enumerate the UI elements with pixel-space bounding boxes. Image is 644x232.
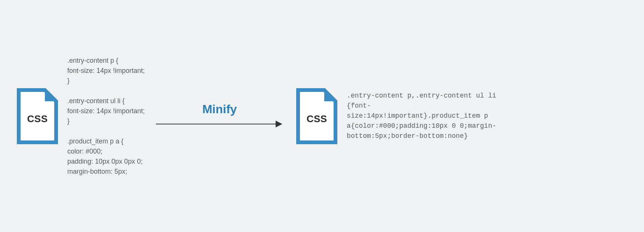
arrow-label: Minify — [202, 102, 237, 116]
css-file-icon: CSS — [15, 88, 60, 144]
arrow-section: Minify — [156, 102, 283, 130]
css-file-icon: CSS — [294, 88, 339, 144]
minify-diagram: CSS .entry-content p { font-size: 14px !… — [15, 56, 629, 177]
file-label: CSS — [27, 113, 48, 125]
result-block: CSS .entry-content p,.entry-content ul l… — [294, 88, 504, 144]
source-code-text: .entry-content p { font-size: 14px !impo… — [67, 56, 145, 177]
minified-code-text: .entry-content p,.entry-content ul li {f… — [347, 91, 504, 141]
arrow-icon — [156, 118, 283, 130]
file-label: CSS — [307, 113, 327, 125]
source-block: CSS .entry-content p { font-size: 14px !… — [15, 56, 145, 177]
